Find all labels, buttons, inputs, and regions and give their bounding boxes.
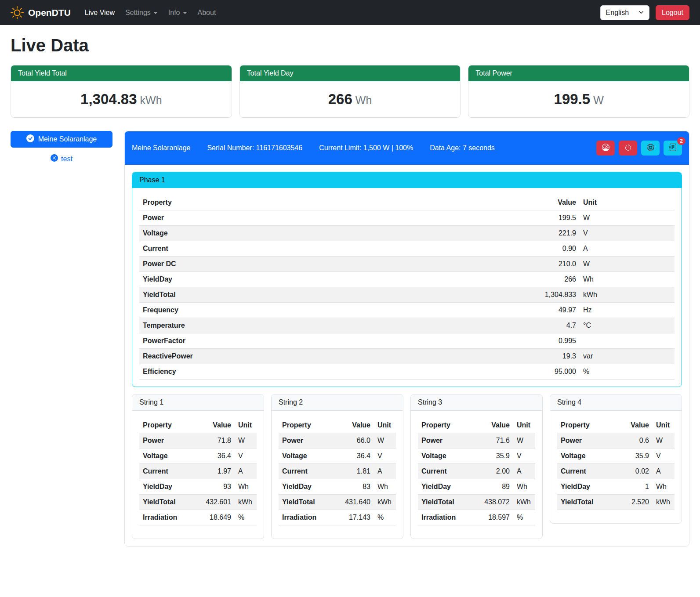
row-property: YieldDay xyxy=(557,479,617,495)
table-row: Frequency 49.97 Hz xyxy=(139,303,675,318)
table-row: YieldDay 89 Wh xyxy=(418,479,535,495)
live-data-row: Meine Solaranlage test Meine Solaranlage… xyxy=(11,131,689,546)
nav-info[interactable]: Info xyxy=(163,5,192,20)
table-header-row: Property Value Unit xyxy=(139,195,675,210)
row-value: 0.02 xyxy=(617,464,653,479)
caret-down-icon xyxy=(183,12,187,14)
table-row: Irradiation 17.143 % xyxy=(279,510,396,525)
string-card-body: Property Value Unit Power xyxy=(132,411,264,539)
row-value: 0.90 xyxy=(516,241,580,257)
row-unit: V xyxy=(374,449,396,464)
row-value: 266 xyxy=(516,272,580,287)
row-property: Voltage xyxy=(139,226,516,241)
summary-card-unit: W xyxy=(593,94,604,106)
row-property: ReactivePower xyxy=(139,349,516,364)
caret-down-icon xyxy=(153,12,158,14)
row-property: YieldTotal xyxy=(557,495,617,510)
row-value: 1 xyxy=(617,479,653,495)
row-property: Voltage xyxy=(557,449,617,464)
row-unit: A xyxy=(580,241,675,257)
row-unit: % xyxy=(580,364,675,380)
string-table: Property Value Unit Power xyxy=(279,418,396,525)
table-row: ReactivePower 19.3 var xyxy=(139,349,675,364)
table-row: Current 1.81 A xyxy=(279,464,396,479)
row-value: 17.143 xyxy=(338,510,374,525)
row-value: 0.995 xyxy=(516,333,580,349)
summary-card-title: Total Yield Day xyxy=(240,65,461,81)
row-property: Power xyxy=(279,433,338,449)
limit-settings-button[interactable] xyxy=(596,141,615,156)
row-value: 89 xyxy=(477,479,513,495)
string-card-title: String 3 xyxy=(411,394,542,411)
sidebar-item-inverter[interactable]: Meine Solaranlage xyxy=(11,131,112,148)
row-unit: kWh xyxy=(653,495,675,510)
inverter-limit: Current Limit: 1,500 W | 100% xyxy=(319,144,413,152)
phase-card: Phase 1 Property Value Unit xyxy=(132,172,682,387)
summary-card-body: 199.5W xyxy=(468,81,689,117)
string-card-body: Property Value Unit Power xyxy=(411,411,542,539)
summary-card-title: Total Yield Total xyxy=(11,65,232,81)
nav-settings[interactable]: Settings xyxy=(120,5,163,20)
table-row: Power 0.6 W xyxy=(557,433,675,449)
phase-table: Property Value Unit Power xyxy=(139,195,675,380)
table-row: Current 0.90 A xyxy=(139,241,675,257)
sidebar-item-test-label: test xyxy=(61,155,73,163)
row-property: PowerFactor xyxy=(139,333,516,349)
power-icon xyxy=(624,144,632,152)
sidebar-item-test[interactable]: test xyxy=(11,154,112,163)
table-row: Temperature 4.7 °C xyxy=(139,318,675,333)
table-row: Current 1.97 A xyxy=(139,464,257,479)
row-property: YieldDay xyxy=(139,479,199,495)
brand[interactable]: OpenDTU xyxy=(11,6,71,19)
table-row: Irradiation 18.649 % xyxy=(139,510,257,525)
row-value: 36.4 xyxy=(199,449,235,464)
inverter-panel-header: Meine Solaranlage Serial Number: 1161716… xyxy=(125,131,689,165)
language-select[interactable]: English xyxy=(600,5,649,20)
row-property: Current xyxy=(418,464,477,479)
table-row: Power 199.5 W xyxy=(139,210,675,226)
table-row: Current 2.00 A xyxy=(418,464,535,479)
table-row: YieldTotal 438.072 kWh xyxy=(418,495,535,510)
row-property: Power xyxy=(557,433,617,449)
nav-about[interactable]: About xyxy=(192,5,221,20)
row-unit: Wh xyxy=(653,479,675,495)
row-property: YieldDay xyxy=(139,272,516,287)
brand-label: OpenDTU xyxy=(28,7,71,18)
summary-card-body: 1,304.83kWh xyxy=(11,81,232,117)
row-value: 36.4 xyxy=(338,449,374,464)
row-unit: Hz xyxy=(580,303,675,318)
sidebar-item-inverter-label: Meine Solaranlage xyxy=(38,135,97,143)
row-unit: V xyxy=(580,226,675,241)
table-row: Voltage 35.9 V xyxy=(418,449,535,464)
string-card-1: String 1 Property Value Unit xyxy=(132,394,264,539)
column-header-unit: Unit xyxy=(235,418,257,433)
column-header-value: Value xyxy=(617,418,653,433)
nav-live-view[interactable]: Live View xyxy=(80,5,120,20)
table-row: Power 66.0 W xyxy=(279,433,396,449)
row-unit: W xyxy=(580,210,675,226)
row-value: 35.9 xyxy=(617,449,653,464)
inverter-panel: Meine Solaranlage Serial Number: 1161716… xyxy=(124,131,689,546)
row-value: 2.520 xyxy=(617,495,653,510)
power-button[interactable] xyxy=(619,141,637,156)
table-header-row: Property Value Unit xyxy=(279,418,396,433)
row-value: 1.81 xyxy=(338,464,374,479)
language-select-value: English xyxy=(606,9,629,17)
column-header-unit: Unit xyxy=(580,195,675,210)
event-log-button[interactable]: 2 xyxy=(664,141,682,156)
row-value: 221.9 xyxy=(516,226,580,241)
string-card-2: String 2 Property Value Unit xyxy=(271,394,403,539)
navbar-left: OpenDTU Live View Settings Info About xyxy=(11,5,221,20)
table-row: YieldTotal 432.601 kWh xyxy=(139,495,257,510)
row-property: Power DC xyxy=(139,257,516,272)
table-row: YieldTotal 2.520 kWh xyxy=(557,495,675,510)
string-table: Property Value Unit Power xyxy=(418,418,535,525)
chevron-down-icon xyxy=(638,9,644,17)
row-value: 95.000 xyxy=(516,364,580,380)
device-info-button[interactable] xyxy=(641,141,660,156)
row-unit: A xyxy=(235,464,257,479)
summary-card-title: Total Power xyxy=(468,65,689,81)
row-value: 83 xyxy=(338,479,374,495)
logout-button[interactable]: Logout xyxy=(656,5,689,20)
row-unit: % xyxy=(235,510,257,525)
